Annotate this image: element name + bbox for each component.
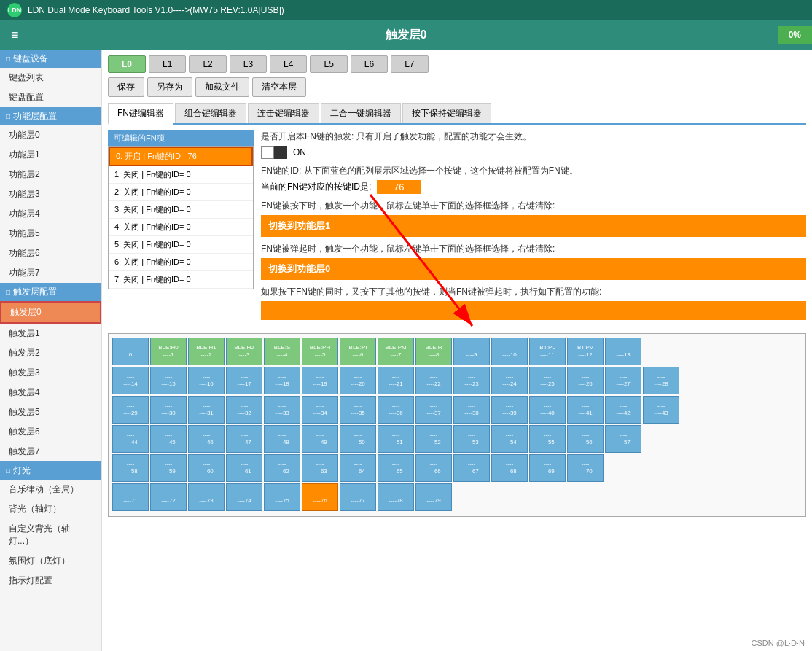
key-16[interactable]: --------16 [188,367,225,394]
key-74[interactable]: --------74 [226,483,262,511]
toggle-switch[interactable] [261,146,287,159]
key-53[interactable]: --------53 [453,425,490,453]
tab-dual-editor[interactable]: 二合一键编辑器 [321,103,401,123]
sidebar-item-backlight[interactable]: 背光（轴灯） [0,499,101,519]
key-35[interactable]: --------35 [340,396,376,424]
key-67[interactable]: --------67 [453,454,490,482]
key-59[interactable]: --------59 [150,454,187,482]
key-60[interactable]: --------60 [188,454,225,482]
key-36[interactable]: --------36 [378,396,414,424]
key-ble-h1[interactable]: BLE:H1----2 [188,338,225,365]
key-77[interactable]: --------77 [340,483,376,511]
sidebar-item-trigger4[interactable]: 触发层4 [0,383,101,402]
sidebar-item-fn0[interactable]: 功能层0 [0,125,101,145]
key-73[interactable]: --------73 [188,483,225,511]
sidebar-item-custom-backlight[interactable]: 自定义背光（轴灯...） [0,519,101,551]
key-23[interactable]: --------23 [453,367,490,394]
key-66[interactable]: --------66 [415,454,452,482]
key-44[interactable]: --------44 [112,425,149,453]
key-21[interactable]: --------21 [378,367,414,394]
key-22[interactable]: --------22 [415,367,452,394]
key-72[interactable]: --------72 [150,483,187,511]
fn-item-4[interactable]: 4: 关闭 | Fn键的ID= 0 [109,219,253,236]
key-57[interactable]: --------57 [605,425,641,453]
key-ble-s[interactable]: BLE:S----4 [264,338,300,365]
sidebar-item-trigger7[interactable]: 触发层7 [0,442,101,461]
key-9[interactable]: --------9 [453,338,490,365]
key-bt-pv[interactable]: BT:PV----12 [567,338,604,365]
sidebar-item-ambient[interactable]: 氛围灯（底灯） [0,551,101,571]
sidebar-item-trigger0[interactable]: 触发层0 [0,301,101,324]
key-29[interactable]: --------29 [112,396,149,424]
key-31[interactable]: --------31 [188,396,225,424]
fn-press-action[interactable]: 切换到功能层1 [261,215,806,237]
key-ble-ph[interactable]: BLE:PH----5 [302,338,338,365]
key-33[interactable]: --------33 [264,396,300,424]
key-41[interactable]: --------41 [567,396,604,424]
key-54[interactable]: --------54 [491,425,528,453]
tab-combo-editor[interactable]: 组合键编辑器 [175,103,246,123]
key-18[interactable]: --------18 [264,367,300,394]
sidebar-item-trigger3[interactable]: 触发层3 [0,363,101,383]
fn-item-0[interactable]: 0: 开启 | Fn键的ID= 76 [109,147,253,166]
key-26[interactable]: --------26 [567,367,604,394]
key-ble-r[interactable]: BLE:R----8 [415,338,452,365]
layer-btn-l1[interactable]: L1 [149,55,186,73]
key-65[interactable]: --------65 [378,454,414,482]
key-14[interactable]: --------14 [112,367,149,394]
key-ble-h2[interactable]: BLE:H2----3 [226,338,262,365]
key-13[interactable]: --------13 [605,338,641,365]
key-79[interactable]: --------79 [415,483,452,511]
key-70[interactable]: --------70 [567,454,604,482]
key-43[interactable]: --------43 [643,396,679,424]
key-ble-pi[interactable]: BLE:PI----6 [340,338,376,365]
key-15[interactable]: --------15 [150,367,187,394]
key-ble-h0[interactable]: BLE:H0----1 [150,338,187,365]
key-78[interactable]: --------78 [378,483,414,511]
key-49[interactable]: --------49 [302,425,338,453]
sidebar-item-keyboard-list[interactable]: 键盘列表 [0,68,101,87]
key-52[interactable]: --------52 [415,425,452,453]
key-62[interactable]: --------62 [264,454,300,482]
fn-item-6[interactable]: 6: 关闭 | Fn键的ID= 0 [109,254,253,271]
key-17[interactable]: --------17 [226,367,262,394]
sidebar-item-fn1[interactable]: 功能层1 [0,145,101,165]
sidebar-item-trigger2[interactable]: 触发层2 [0,343,101,363]
save-as-button[interactable]: 另存为 [147,77,192,97]
sidebar-item-fn6[interactable]: 功能层6 [0,243,101,263]
key-50[interactable]: --------50 [340,425,376,453]
fn-item-2[interactable]: 2: 关闭 | Fn键的ID= 0 [109,184,253,201]
key-28[interactable]: --------28 [643,367,679,394]
fn-item-1[interactable]: 1: 关闭 | Fn键的ID= 0 [109,166,253,184]
key-bt-pl[interactable]: BT:PL----11 [529,338,566,365]
key-63[interactable]: --------63 [302,454,338,482]
key-64[interactable]: --------64 [340,454,376,482]
clear-layer-button[interactable]: 清空本层 [252,77,306,97]
key-55[interactable]: --------55 [529,425,566,453]
sidebar-item-trigger6[interactable]: 触发层6 [0,422,101,442]
sidebar-item-fn3[interactable]: 功能层3 [0,184,101,204]
key-10[interactable]: --------10 [491,338,528,365]
tab-fn-editor[interactable]: FN键编辑器 [108,103,173,125]
fn-combo-action[interactable] [261,301,806,320]
key-68[interactable]: --------68 [491,454,528,482]
key-56[interactable]: --------56 [567,425,604,453]
key-39[interactable]: --------39 [491,396,528,424]
key-38[interactable]: --------38 [453,396,490,424]
sidebar-item-fn2[interactable]: 功能层2 [0,165,101,184]
key-61[interactable]: --------61 [226,454,262,482]
layer-btn-l5[interactable]: L5 [310,55,347,73]
key-51[interactable]: --------51 [378,425,414,453]
fn-release-action[interactable]: 切换到功能层0 [261,258,806,280]
layer-btn-l3[interactable]: L3 [230,55,267,73]
key-71[interactable]: --------71 [112,483,149,511]
key-25[interactable]: --------25 [529,367,566,394]
sidebar-item-indicator[interactable]: 指示灯配置 [0,571,101,590]
sidebar-item-keyboard-config[interactable]: 键盘配置 [0,87,101,107]
sidebar-item-fn5[interactable]: 功能层5 [0,224,101,243]
key-19[interactable]: --------19 [302,367,338,394]
layer-btn-l0[interactable]: L0 [108,55,146,73]
sidebar-item-fn7[interactable]: 功能层7 [0,263,101,283]
sidebar-item-fn4[interactable]: 功能层4 [0,204,101,224]
key-30[interactable]: --------30 [150,396,187,424]
